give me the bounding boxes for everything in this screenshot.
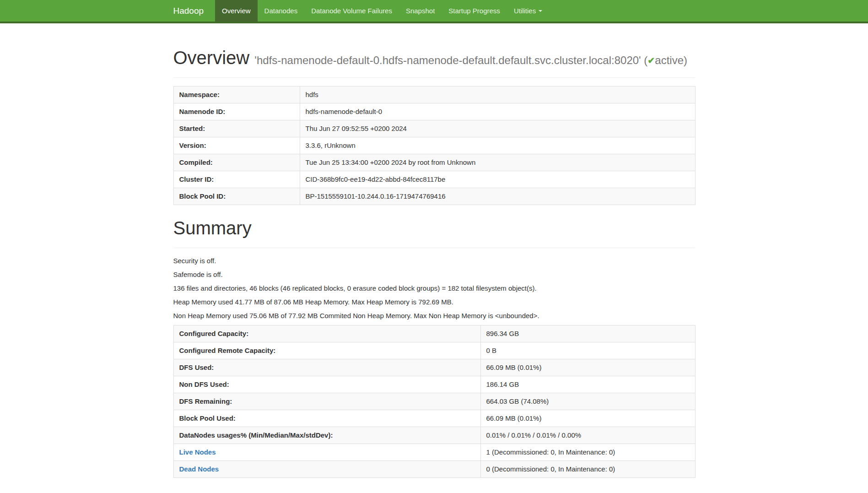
nav-item-overview[interactable]: Overview xyxy=(215,0,258,22)
row-label: DataNodes usages% (Min/Median/Max/stdDev… xyxy=(173,427,480,444)
row-value: CID-368b9fc0-ee19-4d22-abbd-84fcec8117be xyxy=(300,171,695,188)
row-value: hdfs xyxy=(300,87,695,103)
row-label: Block Pool Used: xyxy=(173,410,480,427)
row-value: Tue Jun 25 13:34:00 +0200 2024 by root f… xyxy=(300,154,695,171)
nav-item-label: Snapshot xyxy=(406,7,435,15)
table-row: Configured Capacity: 896.34 GB xyxy=(173,325,695,342)
navbar-menu: Overview Datanodes Datanode Volume Failu… xyxy=(215,0,549,22)
row-value: 186.14 GB xyxy=(480,376,695,393)
row-value: 0.01% / 0.01% / 0.01% / 0.00% xyxy=(480,427,695,444)
table-row: Compiled: Tue Jun 25 13:34:00 +0200 2024… xyxy=(173,154,695,171)
nav-item-datanode-volume-failures[interactable]: Datanode Volume Failures xyxy=(304,0,399,22)
main-content: Overview 'hdfs-namenode-default-0.hdfs-n… xyxy=(167,47,702,478)
nav-item-label: Datanode Volume Failures xyxy=(311,7,392,15)
row-label: Namenode ID: xyxy=(173,103,300,120)
row-value: Thu Jun 27 09:52:55 +0200 2024 xyxy=(300,120,695,137)
row-label: Compiled: xyxy=(173,154,300,171)
nav-item-datanodes[interactable]: Datanodes xyxy=(258,0,305,22)
row-label: DFS Remaining: xyxy=(173,393,480,410)
row-value: 0 B xyxy=(480,342,695,359)
row-value: 664.03 GB (74.08%) xyxy=(480,393,695,410)
safemode-status-text: Safemode is off. xyxy=(173,270,695,279)
nav-item-label: Utilities xyxy=(514,7,536,15)
nav-item-startup-progress[interactable]: Startup Progress xyxy=(442,0,507,22)
row-label: DFS Used: xyxy=(173,359,480,376)
row-label: Cluster ID: xyxy=(173,171,300,188)
heap-memory-text: Heap Memory used 41.77 MB of 87.06 MB He… xyxy=(173,298,695,307)
header-divider xyxy=(173,77,695,78)
table-row: DataNodes usages% (Min/Median/Max/stdDev… xyxy=(173,427,695,444)
navbar: Hadoop Overview Datanodes Datanode Volum… xyxy=(0,0,868,23)
row-label: Non DFS Used: xyxy=(173,376,480,393)
status-state-text: active xyxy=(655,54,684,66)
row-value: BP-1515559101-10.244.0.16-1719474769416 xyxy=(300,188,695,205)
row-label: Version: xyxy=(173,137,300,154)
row-label: Block Pool ID: xyxy=(173,188,300,205)
row-value: 66.09 MB (0.01%) xyxy=(480,410,695,427)
table-row: Namenode ID: hdfs-namenode-default-0 xyxy=(173,103,695,120)
nav-item-snapshot[interactable]: Snapshot xyxy=(399,0,442,22)
security-status-text: Security is off. xyxy=(173,256,695,265)
table-row: Namespace: hdfs xyxy=(173,87,695,103)
row-value: 1 (Decommissioned: 0, In Maintenance: 0) xyxy=(480,444,695,461)
table-row: Dead Nodes 0 (Decommissioned: 0, In Main… xyxy=(173,461,695,478)
row-label: Started: xyxy=(173,120,300,137)
nav-item-label: Overview xyxy=(222,7,251,15)
row-value: 896.34 GB xyxy=(480,325,695,342)
namenode-address: 'hdfs-namenode-default-0.hdfs-namenode-d… xyxy=(254,54,641,66)
row-label: Configured Capacity: xyxy=(173,325,480,342)
navbar-brand[interactable]: Hadoop xyxy=(173,0,211,22)
summary-table: Configured Capacity: 896.34 GB Configure… xyxy=(173,325,695,478)
dead-nodes-link[interactable]: Dead Nodes xyxy=(179,465,219,473)
overview-info-table: Namespace: hdfs Namenode ID: hdfs-nameno… xyxy=(173,86,695,205)
table-row: DFS Used: 66.09 MB (0.01%) xyxy=(173,359,695,376)
row-label: Live Nodes xyxy=(173,444,480,461)
live-nodes-link[interactable]: Live Nodes xyxy=(179,448,216,456)
table-row: Live Nodes 1 (Decommissioned: 0, In Main… xyxy=(173,444,695,461)
page-title: Overview 'hdfs-namenode-default-0.hdfs-n… xyxy=(173,47,695,68)
row-label: Configured Remote Capacity: xyxy=(173,342,480,359)
table-row: Configured Remote Capacity: 0 B xyxy=(173,342,695,359)
chevron-down-icon xyxy=(539,10,542,12)
nav-item-utilities-dropdown[interactable]: Utilities xyxy=(507,0,549,22)
filesystem-objects-text: 136 files and directories, 46 blocks (46… xyxy=(173,284,695,293)
row-label: Dead Nodes xyxy=(173,461,480,478)
table-row: Version: 3.3.6, rUnknown xyxy=(173,137,695,154)
table-row: Non DFS Used: 186.14 GB xyxy=(173,376,695,393)
table-row: DFS Remaining: 664.03 GB (74.08%) xyxy=(173,393,695,410)
non-heap-memory-text: Non Heap Memory used 75.06 MB of 77.92 M… xyxy=(173,311,695,320)
summary-title: Summary xyxy=(173,218,695,238)
row-value: 0 (Decommissioned: 0, In Maintenance: 0) xyxy=(480,461,695,478)
nav-item-label: Datanodes xyxy=(264,7,298,15)
row-value: 3.3.6, rUnknown xyxy=(300,137,695,154)
check-icon: ✔ xyxy=(647,56,655,65)
table-row: Cluster ID: CID-368b9fc0-ee19-4d22-abbd-… xyxy=(173,171,695,188)
summary-divider xyxy=(173,248,695,248)
row-label: Namespace: xyxy=(173,87,300,103)
table-row: Block Pool Used: 66.09 MB (0.01%) xyxy=(173,410,695,427)
status-close-paren: ) xyxy=(684,54,687,66)
navbar-inner: Hadoop Overview Datanodes Datanode Volum… xyxy=(167,0,702,22)
nav-item-label: Startup Progress xyxy=(448,7,500,15)
active-status: (✔active) xyxy=(644,54,687,66)
page-subtitle: 'hdfs-namenode-default-0.hdfs-namenode-d… xyxy=(254,54,687,66)
page-title-text: Overview xyxy=(173,48,250,68)
table-row: Block Pool ID: BP-1515559101-10.244.0.16… xyxy=(173,188,695,205)
row-value: 66.09 MB (0.01%) xyxy=(480,359,695,376)
row-value: hdfs-namenode-default-0 xyxy=(300,103,695,120)
table-row: Started: Thu Jun 27 09:52:55 +0200 2024 xyxy=(173,120,695,137)
